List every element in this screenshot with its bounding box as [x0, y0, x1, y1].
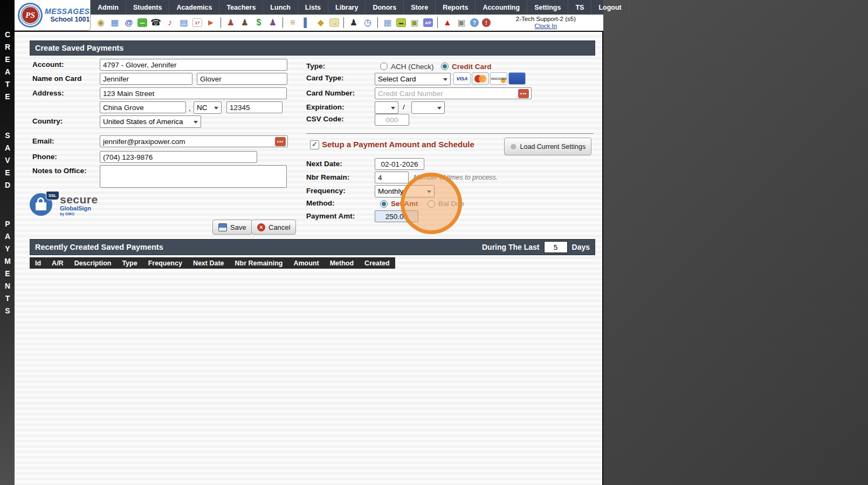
- frequency-select[interactable]: Monthly: [375, 185, 435, 197]
- family-icon[interactable]: ♟: [267, 17, 278, 28]
- ach-radio[interactable]: [380, 63, 388, 70]
- credit-card-radio[interactable]: [441, 63, 449, 70]
- card-number-options-button[interactable]: •••: [518, 89, 529, 98]
- country-select[interactable]: United States of America: [100, 115, 201, 128]
- payment-amt-input[interactable]: [375, 210, 418, 222]
- phone-label: Phone:: [32, 153, 57, 161]
- phone-input[interactable]: [100, 151, 257, 163]
- email-input[interactable]: [100, 135, 288, 147]
- nav-item[interactable]: Settings: [527, 0, 568, 15]
- search-icon[interactable]: ◉: [95, 17, 106, 28]
- account-input[interactable]: [100, 59, 287, 71]
- send-note-icon[interactable]: →: [329, 18, 339, 27]
- city-input[interactable]: [100, 101, 186, 113]
- save-button[interactable]: Save: [212, 220, 252, 235]
- street-input[interactable]: [100, 87, 287, 99]
- calendar-date-icon[interactable]: 17: [192, 18, 202, 27]
- payment-amt-label: Payment Amt:: [306, 212, 355, 220]
- last-name-input[interactable]: [197, 73, 287, 85]
- register-icon[interactable]: ▣: [456, 17, 467, 28]
- credit-card-radio-label[interactable]: Credit Card: [452, 63, 492, 71]
- set-amt-radio[interactable]: [380, 200, 388, 208]
- set-amt-radio-label[interactable]: Set Amt: [391, 200, 418, 208]
- ssl-shield-label: SSL: [46, 191, 59, 200]
- zip-input[interactable]: [226, 101, 283, 113]
- apps-calendar-icon[interactable]: ▦: [109, 17, 120, 28]
- csv-code-label: CSV Code:: [306, 115, 344, 123]
- notes-textarea[interactable]: [100, 165, 287, 188]
- nav-item[interactable]: Lunch: [263, 0, 298, 15]
- toolbar-divider-line: [15, 31, 603, 32]
- megaphone-icon[interactable]: ►: [205, 17, 216, 28]
- save-icon: [218, 223, 227, 231]
- name-on-card-label: Name on Card: [32, 74, 82, 83]
- bal-due-radio[interactable]: [428, 200, 435, 208]
- nav-item[interactable]: Admin: [91, 0, 126, 15]
- toolbar-icons: ◉▦@•••☎♪▤17►♟♟$♟≡▌◆→♟◷▦▬▣A/P▲▣?!: [94, 17, 492, 28]
- gear-icon: ☸: [510, 142, 517, 151]
- page-title: Create Saved Payments: [30, 40, 595, 56]
- filter-days-input[interactable]: [544, 241, 568, 253]
- ap-icon[interactable]: A/P: [423, 18, 433, 27]
- card-type-select[interactable]: Select Card: [375, 73, 451, 85]
- chat-icon[interactable]: •••: [137, 18, 147, 27]
- icon-glyph: @: [125, 18, 133, 27]
- setup-schedule-checkbox[interactable]: ✓: [310, 140, 319, 149]
- nav-item[interactable]: Students: [126, 0, 169, 15]
- clock-icon[interactable]: ◷: [362, 17, 373, 28]
- icon-glyph: →: [332, 20, 337, 26]
- main-nav: AdminStudentsAcademicsTeachersLunchLists…: [91, 0, 603, 15]
- ach-radio-label[interactable]: ACH (Check): [391, 63, 434, 71]
- nav-item[interactable]: Lists: [298, 0, 328, 15]
- help-icon[interactable]: ?: [470, 18, 479, 27]
- nav-item[interactable]: Academics: [169, 0, 219, 15]
- card-number-input[interactable]: [375, 87, 532, 99]
- bal-due-radio-label[interactable]: Bal Due: [438, 200, 464, 208]
- alert-icon[interactable]: !: [482, 18, 491, 27]
- nbr-remain-input[interactable]: [375, 172, 409, 183]
- load-current-settings-button[interactable]: ☸ Load Current Settings: [504, 138, 591, 155]
- nav-item[interactable]: Store: [404, 0, 436, 15]
- pdf-icon[interactable]: ▲: [442, 17, 453, 28]
- lunch-icon[interactable]: ≡: [287, 17, 298, 28]
- phone-icon[interactable]: ☎: [150, 17, 161, 28]
- icon-glyph: ≡: [290, 18, 295, 27]
- report-table-icon[interactable]: ▦: [382, 17, 393, 28]
- next-date-input[interactable]: [375, 158, 424, 170]
- speaker-icon[interactable]: ♪: [164, 17, 175, 28]
- nav-item[interactable]: Reports: [436, 0, 476, 15]
- state-select[interactable]: NC: [194, 101, 222, 114]
- icon-glyph: ?: [473, 20, 476, 26]
- horn-icon[interactable]: ◆: [315, 17, 326, 28]
- counselor-icon[interactable]: ♟: [239, 17, 250, 28]
- calendar-icon[interactable]: ▤: [178, 17, 189, 28]
- checkbox-check: ✓: [312, 140, 318, 148]
- expiration-year-select[interactable]: [411, 101, 445, 114]
- email-icon[interactable]: @: [123, 17, 134, 28]
- left-sidebar-strip: CREATE SAVED PAYMENTS: [0, 0, 15, 485]
- nav-item[interactable]: TS: [568, 0, 591, 15]
- clock-in-link[interactable]: Clock In: [535, 23, 557, 29]
- section-divider: [306, 133, 594, 134]
- expiration-month-select[interactable]: [375, 101, 398, 114]
- nav-item[interactable]: Accounting: [476, 0, 527, 15]
- library-icon[interactable]: ▌: [301, 17, 312, 28]
- visa-card-icon: VISA: [453, 72, 471, 85]
- money-icon[interactable]: $: [253, 17, 264, 28]
- nav-item[interactable]: Logout: [591, 0, 629, 15]
- content-area: AdminStudentsAcademicsTeachersLunchLists…: [15, 0, 603, 485]
- cash-register-icon[interactable]: ▣: [409, 17, 420, 28]
- nav-item[interactable]: Teachers: [219, 0, 263, 15]
- recent-payments-title: Recently Created Saved Payments: [35, 243, 163, 251]
- nav-item[interactable]: Library: [328, 0, 366, 15]
- cancel-button[interactable]: × Cancel: [251, 220, 296, 235]
- csv-code-input[interactable]: [375, 114, 409, 126]
- card-brand-label: DISCOVER: [491, 77, 507, 80]
- first-name-input[interactable]: [100, 73, 192, 85]
- email-options-button[interactable]: •••: [275, 137, 286, 146]
- nurse-icon[interactable]: ♟: [225, 17, 236, 28]
- staff-icon[interactable]: ♟: [348, 17, 359, 28]
- nav-item[interactable]: Donors: [366, 0, 404, 15]
- payment-card-icon[interactable]: ▬: [396, 18, 406, 27]
- icon-glyph: ♪: [168, 18, 172, 27]
